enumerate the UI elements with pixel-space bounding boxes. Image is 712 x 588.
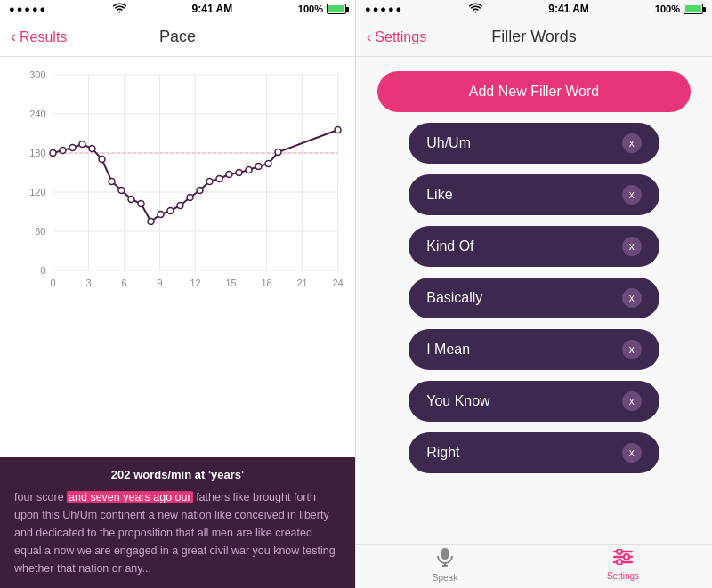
add-filler-word-button[interactable]: Add New Filler Word	[377, 71, 691, 112]
battery-percent-right: 100%	[655, 4, 680, 14]
filler-tag-remove-i-mean[interactable]: x	[622, 340, 642, 359]
back-button-left[interactable]: ‹ Results	[11, 28, 67, 46]
svg-point-46	[197, 188, 203, 194]
battery-area-right: 100%	[655, 4, 703, 14]
battery-area-left: 100%	[298, 4, 346, 14]
svg-text:180: 180	[29, 148, 45, 158]
svg-point-55	[335, 127, 341, 133]
filler-tag-label-basically: Basically	[426, 290, 482, 306]
status-bar-left: ●●●●● 9:41 AM 100%	[0, 0, 355, 18]
filler-tag-you-know: You Know x	[409, 381, 659, 422]
filler-tag-remove-right[interactable]: x	[622, 443, 642, 463]
stat-line: 202 words/min at 'years'	[14, 468, 341, 481]
filler-tag-like: Like x	[409, 174, 659, 215]
pace-chart: 300 240 180 120 60 0 0 3 6 9 12 15 18 21…	[9, 66, 346, 315]
battery-percent-left: 100%	[298, 4, 323, 14]
filler-tag-remove-you-know[interactable]: x	[622, 391, 642, 411]
filler-tag-remove-kind-of[interactable]: x	[622, 237, 642, 256]
svg-point-35	[89, 146, 95, 152]
svg-point-42	[158, 212, 164, 218]
filler-tag-label-uh-um: Uh/Um	[426, 135, 471, 151]
svg-point-64	[617, 560, 622, 565]
page-title-right: Filler Words	[491, 28, 577, 46]
back-label-left: Results	[20, 29, 67, 45]
svg-point-63	[624, 554, 629, 560]
status-bar-right: ●●●●● 9:41 AM 100%	[356, 0, 712, 18]
svg-point-36	[99, 157, 105, 163]
filler-tag-i-mean: I Mean x	[409, 329, 659, 370]
nav-bar-right: ‹ Settings Filler Words	[356, 18, 712, 57]
time-display-right: 9:41 AM	[548, 3, 589, 15]
transcript-suffix: fathers like brought forth upon this Uh/…	[14, 491, 336, 575]
wifi-icon-right	[469, 3, 482, 15]
filler-tag-label-right: Right	[426, 445, 459, 461]
transcript-highlight: and seven years ago our	[67, 491, 193, 503]
filler-tag-remove-basically[interactable]: x	[622, 288, 642, 308]
svg-point-50	[236, 170, 242, 176]
svg-point-62	[617, 549, 622, 554]
svg-text:120: 120	[29, 187, 45, 197]
svg-point-52	[255, 164, 262, 170]
filler-tag-label-you-know: You Know	[426, 393, 490, 409]
mic-icon	[437, 547, 453, 571]
svg-point-40	[138, 201, 144, 207]
info-panel: 202 words/min at 'years' four score and …	[0, 457, 355, 588]
tab-speak[interactable]: Speak	[356, 547, 534, 583]
chart-area: 300 240 180 120 60 0 0 3 6 9 12 15 18 21…	[0, 57, 355, 457]
svg-point-53	[265, 161, 271, 167]
svg-point-33	[69, 145, 76, 151]
chevron-right-icon: ‹	[367, 29, 371, 45]
back-label-right: Settings	[375, 29, 426, 45]
filler-tag-remove-uh-um[interactable]: x	[622, 133, 642, 153]
svg-text:21: 21	[296, 278, 307, 288]
right-panel: ●●●●● 9:41 AM 100% ‹ Settings Filler Wor…	[356, 0, 712, 588]
back-button-right[interactable]: ‹ Settings	[367, 29, 426, 45]
svg-text:15: 15	[225, 278, 236, 288]
svg-point-49	[226, 172, 232, 178]
filler-tag-remove-like[interactable]: x	[622, 185, 642, 205]
transcript-text: four score and seven years ago our fathe…	[14, 488, 341, 577]
battery-fill-right	[685, 5, 701, 12]
transcript-prefix: four score	[14, 491, 67, 503]
svg-text:6: 6	[121, 278, 126, 288]
settings-bars-icon	[613, 549, 633, 569]
filler-tag-basically: Basically x	[409, 278, 659, 318]
page-title-left: Pace	[159, 28, 196, 46]
tab-settings-label: Settings	[607, 571, 639, 581]
filler-tag-label-i-mean: I Mean	[426, 342, 470, 358]
svg-text:240: 240	[29, 109, 45, 119]
svg-point-45	[187, 195, 193, 201]
svg-point-44	[177, 203, 183, 209]
wifi-icon	[113, 3, 126, 15]
filler-tag-label-kind-of: Kind Of	[426, 238, 473, 254]
tab-speak-label: Speak	[433, 573, 457, 583]
svg-text:0: 0	[50, 278, 55, 288]
svg-text:24: 24	[332, 278, 343, 288]
svg-text:300: 300	[29, 69, 45, 80]
svg-point-54	[275, 149, 281, 156]
svg-point-37	[109, 179, 115, 185]
time-display-left: 9:41 AM	[192, 3, 233, 15]
tab-settings[interactable]: Settings	[534, 549, 712, 581]
svg-point-48	[216, 176, 222, 182]
filler-words-list: Add New Filler Word Uh/Um x Like x Kind …	[356, 57, 712, 544]
svg-point-31	[50, 150, 56, 157]
chevron-left-icon: ‹	[11, 28, 16, 46]
svg-point-38	[118, 188, 125, 194]
svg-text:9: 9	[157, 278, 162, 288]
filler-tag-right: Right x	[409, 432, 659, 473]
svg-point-47	[206, 179, 213, 185]
battery-fill-left	[328, 5, 344, 12]
battery-icon-left	[327, 4, 346, 14]
svg-rect-56	[441, 548, 449, 560]
svg-point-32	[60, 148, 66, 154]
battery-icon-right	[684, 4, 703, 14]
signal-dots-right: ●●●●●	[365, 4, 403, 14]
svg-point-39	[128, 197, 134, 203]
bottom-tab-bar: Speak Settings	[356, 544, 712, 588]
svg-text:18: 18	[261, 278, 271, 288]
svg-text:12: 12	[190, 278, 200, 288]
signal-dots: ●●●●●	[9, 4, 47, 14]
svg-point-41	[148, 219, 154, 225]
chart-svg: 300 240 180 120 60 0 0 3 6 9 12 15 18 21…	[9, 66, 346, 315]
